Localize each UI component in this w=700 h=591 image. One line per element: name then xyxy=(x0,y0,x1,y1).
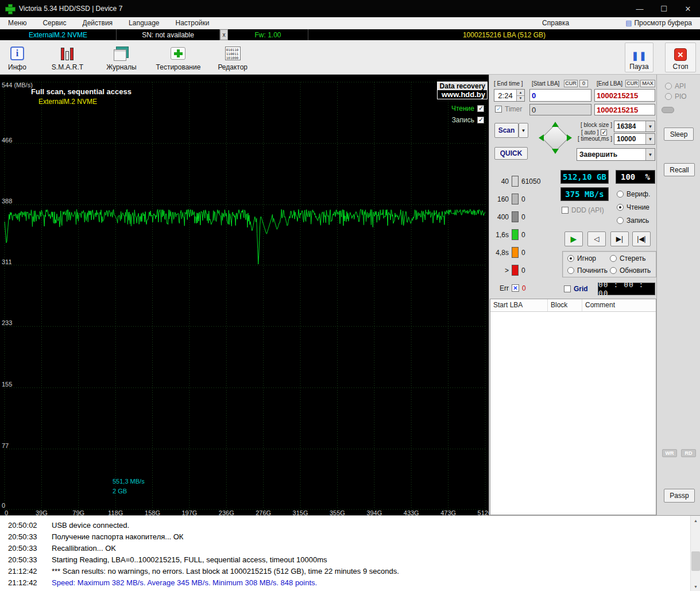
quick-button[interactable]: QUICK xyxy=(494,147,528,160)
erase-radio[interactable] xyxy=(610,255,617,262)
menu-item-actions[interactable]: Действия xyxy=(75,17,121,29)
log-timestamp: 21:12:42 xyxy=(8,567,45,575)
speed-counter-row: 1,6s0 xyxy=(492,226,559,244)
read-legend-checkbox[interactable] xyxy=(477,105,484,112)
menu-item-service[interactable]: Сервис xyxy=(34,17,74,29)
scroll-down-button[interactable]: ▼ xyxy=(691,582,700,591)
auto-row: [ auto ] xyxy=(581,129,607,136)
refresh-radio-row: Обновить xyxy=(610,266,651,275)
end-lba-label: [End LBA] xyxy=(597,80,622,87)
log-line: 20:50:33Starting Reading, LBA=0..1000215… xyxy=(0,554,690,565)
pio-radio[interactable] xyxy=(665,93,672,100)
end-time-down-button[interactable]: ▼ xyxy=(517,96,524,102)
grid-checkbox[interactable] xyxy=(564,285,571,292)
editor-button[interactable]: 010110 110011 101000 Редактор xyxy=(214,43,251,72)
api-radio[interactable] xyxy=(665,83,672,90)
victoria-app-window: Victoria 5.34 HDD/SSD | Device 7 — ☐ ✕ М… xyxy=(0,0,700,591)
after-action-combo-arrow[interactable]: ▼ xyxy=(645,149,655,160)
speed-bucket-label: > xyxy=(492,266,509,275)
end-lba-input[interactable]: 1000215215 xyxy=(594,89,655,102)
start-lba-cur-button[interactable]: CUR xyxy=(564,80,578,87)
close-button[interactable]: ✕ xyxy=(676,0,700,17)
block-size-combo[interactable]: 16384 ▼ xyxy=(614,121,655,132)
read-radio[interactable] xyxy=(617,204,624,211)
graph-subtitle: ExternalM.2 NVME xyxy=(38,98,97,106)
end-time-spinner[interactable]: 2:24 ▲ ▼ xyxy=(494,89,525,102)
speed-bucket-count: 0 xyxy=(521,195,525,203)
scrollbar-thumb[interactable] xyxy=(691,551,700,571)
nav-right-arrow-icon[interactable] xyxy=(567,134,572,141)
menu-item-language[interactable]: Language xyxy=(121,17,167,29)
write-legend-checkbox[interactable] xyxy=(477,117,484,123)
timer-end-lba-field[interactable]: 1000215215 xyxy=(594,104,655,115)
serial-close-button[interactable]: x xyxy=(220,29,228,40)
ignore-radio[interactable] xyxy=(567,255,574,262)
timeout-combo-arrow[interactable]: ▼ xyxy=(645,134,655,144)
menu-item-menu[interactable]: Меню xyxy=(0,17,34,29)
menu-item-help[interactable]: Справка xyxy=(534,17,577,29)
testing-button[interactable]: Тестирование xyxy=(153,43,204,72)
log-timestamp: 20:50:33 xyxy=(8,555,45,564)
smart-button[interactable]: S.M.A.R.T xyxy=(48,43,87,72)
log-timestamp: 20:50:33 xyxy=(8,532,45,541)
editor-icon: 010110 110011 101000 xyxy=(225,45,241,61)
device-serial: SN: not available xyxy=(117,29,220,40)
speed-bucket-label: Err xyxy=(492,284,509,292)
nav-down-arrow-icon[interactable] xyxy=(552,149,559,154)
rd-button[interactable]: RD xyxy=(681,449,696,457)
forward-to-end-button[interactable]: ▶| xyxy=(610,231,629,246)
scan-dropdown-button[interactable]: ▼ xyxy=(519,123,528,138)
step-back-button[interactable]: ◁ xyxy=(587,231,606,246)
x-axis-tick: 276G xyxy=(256,509,271,515)
loop-button[interactable]: |◀| xyxy=(632,231,651,246)
auto-checkbox[interactable] xyxy=(601,129,607,136)
end-time-up-button[interactable]: ▲ xyxy=(517,90,524,96)
fix-radio[interactable] xyxy=(567,267,574,274)
log-line: 21:12:42*** Scan results: no warnings, n… xyxy=(0,565,690,577)
timer-value-field[interactable]: 0 xyxy=(529,104,591,115)
start-lba-input[interactable]: 0 xyxy=(529,89,591,102)
nav-up-arrow-icon[interactable] xyxy=(552,122,559,127)
stop-icon: ✕ xyxy=(674,48,687,61)
verify-radio[interactable] xyxy=(617,191,624,198)
stop-button[interactable]: ✕ Стоп xyxy=(665,43,696,72)
menu-item-settings[interactable]: Настройки xyxy=(168,17,218,29)
log-message: USB device connected. xyxy=(52,521,129,530)
menu-item-buffer-view[interactable]: ▤ Просмотр буфера xyxy=(617,17,700,29)
maximize-button[interactable]: ☐ xyxy=(652,0,676,17)
mode-verify-radio-row: Вериф. xyxy=(617,190,650,198)
timer-checkbox[interactable] xyxy=(495,106,502,113)
nav-left-arrow-icon[interactable] xyxy=(539,134,544,141)
end-lba-cur-button[interactable]: CUR xyxy=(625,80,639,87)
scroll-up-button[interactable]: ▲ xyxy=(691,516,700,526)
play-button[interactable]: ▶ xyxy=(564,231,583,246)
journals-button[interactable]: Журналы xyxy=(103,43,140,72)
wr-button[interactable]: WR xyxy=(662,449,677,457)
after-action-combo[interactable]: Завершить ▼ xyxy=(577,148,655,161)
log-scrollbar[interactable]: ▲ ▼ xyxy=(690,516,700,591)
timeout-combo[interactable]: 10000 ▼ xyxy=(614,133,655,145)
ddd-checkbox[interactable] xyxy=(562,207,568,214)
pause-button[interactable]: ❚❚ Пауза xyxy=(625,43,653,72)
write-radio[interactable] xyxy=(617,217,624,224)
refresh-radio[interactable] xyxy=(610,267,617,274)
block-size-combo-arrow[interactable]: ▼ xyxy=(645,121,655,132)
scan-button[interactable]: Scan xyxy=(494,123,519,138)
speed-color-swatch xyxy=(512,176,519,187)
defect-action-panel: Игнор Стереть Починить Обновить xyxy=(562,251,656,277)
end-lba-max-button[interactable]: MAX xyxy=(640,80,655,87)
passp-button[interactable]: Passp xyxy=(664,489,695,503)
y-axis-tick: 233 xyxy=(2,319,12,326)
minimize-button[interactable]: — xyxy=(628,0,652,17)
recall-button[interactable]: Recall xyxy=(664,163,695,176)
y-axis-tick: 155 xyxy=(2,381,12,388)
speed-color-swatch xyxy=(512,194,519,204)
control-panel: [ End time ] [Start LBA] CUR 0 [End LBA]… xyxy=(489,75,656,515)
sleep-button[interactable]: Sleep xyxy=(664,128,694,141)
info-button[interactable]: i Инфо xyxy=(5,43,30,72)
start-lba-zero-button[interactable]: 0 xyxy=(579,80,588,87)
device-model: ExternalM.2 NVME xyxy=(0,29,117,40)
y-axis-tick: 77 xyxy=(2,442,9,449)
main-toolbar: i Инфо S.M.A.R.T Журналы Тестирование 01… xyxy=(0,40,700,75)
navigation-pad[interactable] xyxy=(537,122,573,154)
